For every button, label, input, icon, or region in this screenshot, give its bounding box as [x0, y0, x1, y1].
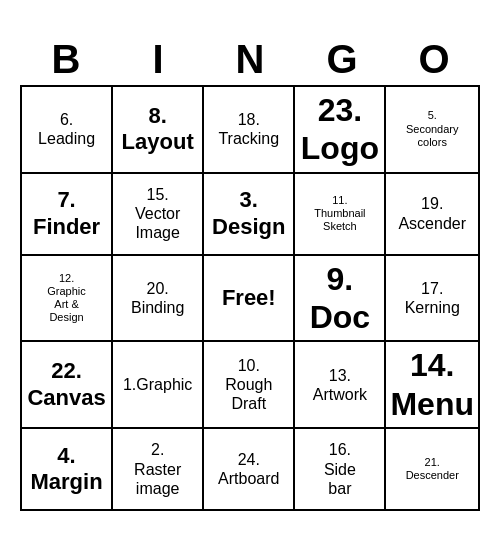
bingo-cell: 17. Kerning	[386, 256, 480, 343]
bingo-cell: 1.Graphic	[113, 342, 204, 429]
header-letter: N	[204, 33, 296, 85]
cell-label: 22. Canvas	[27, 358, 105, 411]
bingo-cell: 6. Leading	[22, 87, 113, 174]
cell-label: 20. Binding	[131, 279, 184, 317]
bingo-cell: 13. Artwork	[295, 342, 386, 429]
bingo-cell: 16. Side bar	[295, 429, 386, 511]
cell-label: 15. Vector Image	[135, 185, 180, 243]
bingo-header: BINGO	[20, 33, 480, 85]
bingo-grid: 6. Leading8. Layout18. Tracking23. Logo5…	[20, 85, 480, 511]
bingo-cell: 18. Tracking	[204, 87, 295, 174]
cell-label: 16. Side bar	[324, 440, 356, 498]
header-letter: B	[20, 33, 112, 85]
cell-label: 14. Menu	[390, 346, 474, 423]
header-letter: G	[296, 33, 388, 85]
bingo-cell: 8. Layout	[113, 87, 204, 174]
bingo-cell: 15. Vector Image	[113, 174, 204, 256]
cell-label: 5. Secondary colors	[406, 109, 459, 149]
bingo-cell: 20. Binding	[113, 256, 204, 343]
cell-label: 13. Artwork	[313, 366, 367, 404]
cell-label: 21. Descender	[406, 456, 459, 482]
cell-label: 8. Layout	[122, 103, 194, 156]
header-letter: I	[112, 33, 204, 85]
bingo-cell: 14. Menu	[386, 342, 480, 429]
cell-label: 6. Leading	[38, 110, 95, 148]
cell-label: 23. Logo	[301, 91, 379, 168]
cell-label: 18. Tracking	[218, 110, 279, 148]
cell-label: 4. Margin	[30, 443, 102, 496]
cell-label: 1.Graphic	[123, 375, 192, 394]
cell-label: 3. Design	[212, 187, 285, 240]
bingo-cell: 21. Descender	[386, 429, 480, 511]
bingo-cell: 22. Canvas	[22, 342, 113, 429]
bingo-cell: 7. Finder	[22, 174, 113, 256]
bingo-cell: 9. Doc	[295, 256, 386, 343]
cell-label: 2. Raster image	[134, 440, 181, 498]
cell-label: 17. Kerning	[405, 279, 460, 317]
cell-label: Free!	[222, 285, 276, 311]
bingo-cell: 19. Ascender	[386, 174, 480, 256]
cell-label: 24. Artboard	[218, 450, 279, 488]
bingo-cell: 11. Thumbnail Sketch	[295, 174, 386, 256]
bingo-cell: 2. Raster image	[113, 429, 204, 511]
bingo-cell: 12. Graphic Art & Design	[22, 256, 113, 343]
bingo-cell: 23. Logo	[295, 87, 386, 174]
cell-label: 7. Finder	[33, 187, 100, 240]
bingo-cell: 4. Margin	[22, 429, 113, 511]
cell-label: 10. Rough Draft	[225, 356, 272, 414]
cell-label: 12. Graphic Art & Design	[47, 272, 86, 325]
bingo-cell: 5. Secondary colors	[386, 87, 480, 174]
cell-label: 19. Ascender	[398, 194, 466, 232]
bingo-cell: Free!	[204, 256, 295, 343]
cell-label: 11. Thumbnail Sketch	[314, 194, 365, 234]
bingo-cell: 24. Artboard	[204, 429, 295, 511]
bingo-cell: 10. Rough Draft	[204, 342, 295, 429]
header-letter: O	[388, 33, 480, 85]
bingo-cell: 3. Design	[204, 174, 295, 256]
bingo-card: BINGO 6. Leading8. Layout18. Tracking23.…	[20, 33, 480, 511]
cell-label: 9. Doc	[310, 260, 370, 337]
